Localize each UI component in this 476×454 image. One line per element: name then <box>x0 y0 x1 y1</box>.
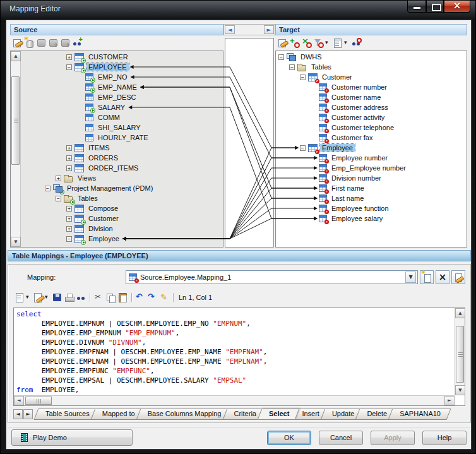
tree-row[interactable]: −Tables <box>276 62 467 72</box>
scroll-left-icon[interactable]: ◄ <box>14 396 24 405</box>
filter-add-icon[interactable] <box>313 38 324 48</box>
properties-icon[interactable] <box>12 38 23 48</box>
add-mapping-disabled-icon[interactable] <box>36 38 47 48</box>
expand-toggle[interactable]: − <box>56 196 61 201</box>
update-mapping-disabled-icon[interactable] <box>60 38 71 48</box>
tab-select[interactable]: Select <box>259 409 297 420</box>
tree-row[interactable]: Emp_Employee number <box>276 163 467 173</box>
cancel-button[interactable]: Cancel <box>319 431 363 445</box>
tab-mapped-to[interactable]: Mapped to <box>93 409 143 420</box>
paste-icon[interactable] <box>117 292 128 302</box>
tree-row[interactable]: First name <box>276 183 467 193</box>
expand-toggle[interactable]: + <box>66 155 72 161</box>
filter-list-icon[interactable] <box>332 38 343 48</box>
expand-toggle[interactable]: + <box>66 206 72 212</box>
tree-row[interactable]: Employee number <box>276 153 467 163</box>
tree-row[interactable]: −EMPLOYEE <box>21 62 223 72</box>
tree-row[interactable]: −Project Management (PDM) <box>21 183 223 193</box>
tab-base-columns-mapping[interactable]: Base Columns Mapping <box>138 409 230 420</box>
tree-row[interactable]: SHI_SALARY <box>21 122 223 133</box>
sql-editor[interactable]: select EMPLOYEE.EMPNUM | OESCHM.EMPLOYEE… <box>13 308 465 406</box>
redo-icon[interactable] <box>147 292 158 302</box>
tree-row[interactable]: +Compose <box>21 203 223 213</box>
minimize-icon[interactable] <box>407 1 426 13</box>
tree-row[interactable]: Customer telephone <box>276 122 467 133</box>
file-menu-icon[interactable] <box>14 292 25 302</box>
titlebar[interactable]: Mapping Editor <box>1 1 475 20</box>
tree-row[interactable]: Customer address <box>276 102 467 112</box>
mapping-properties-button[interactable] <box>451 270 465 284</box>
tree-row[interactable]: Last name <box>276 193 467 203</box>
tree-row[interactable]: +ORDERS <box>21 153 223 163</box>
scroll-down-icon[interactable]: ▼ <box>455 385 465 395</box>
tree-row[interactable]: Customer number <box>276 82 467 92</box>
scrollbar-thumb[interactable] <box>456 326 464 383</box>
scrollbar-thumb[interactable] <box>11 76 20 165</box>
expand-toggle[interactable]: − <box>66 236 72 242</box>
expand-toggle[interactable]: − <box>278 54 284 60</box>
scrollbar-thumb[interactable] <box>25 397 52 405</box>
tree-row[interactable]: EMP_NAME <box>21 82 223 92</box>
expand-toggle[interactable]: + <box>66 216 72 222</box>
tab-scroll-right-icon[interactable]: ► <box>23 409 33 419</box>
tree-row[interactable]: Division number <box>276 173 467 183</box>
tree-row[interactable]: +ORDER_ITEMS <box>21 163 223 173</box>
find-objects-icon[interactable] <box>72 38 83 48</box>
play-demo-button[interactable]: Play Demo <box>11 429 133 446</box>
expand-toggle[interactable]: + <box>56 176 61 181</box>
properties-icon[interactable] <box>277 38 288 48</box>
scroll-right-icon[interactable]: ► <box>444 396 455 405</box>
mapping-select[interactable]: Source.Employee.Mapping_1 ▼ <box>126 270 418 284</box>
expand-toggle[interactable]: + <box>66 165 72 171</box>
tab-scroll-left-icon[interactable]: ◄ <box>13 409 23 419</box>
source-tree-scrollbar[interactable]: ▲ ▼ <box>11 51 21 247</box>
ok-button[interactable]: OK <box>267 431 311 445</box>
tree-row[interactable]: −Tables <box>21 193 223 203</box>
tree-row[interactable]: SALARY <box>21 102 223 112</box>
tree-row[interactable]: Customer fax <box>276 133 467 143</box>
editor-horizontal-scrollbar[interactable]: ◄ ► <box>14 395 455 405</box>
tree-row[interactable]: EMP_NO <box>21 72 223 82</box>
expand-toggle[interactable]: + <box>66 145 72 151</box>
beautify-icon[interactable] <box>159 292 170 302</box>
shuttle-right-icon[interactable]: ► <box>264 25 274 34</box>
new-mapping-button[interactable] <box>420 270 434 284</box>
save-icon[interactable] <box>52 292 62 302</box>
tree-row[interactable]: −Customer <box>276 72 467 82</box>
expand-toggle[interactable]: − <box>66 64 72 70</box>
help-button[interactable]: Help <box>422 431 467 445</box>
tree-row[interactable]: −Employee <box>21 234 223 244</box>
tree-row[interactable]: Employee function <box>276 203 467 213</box>
tab-table-sources[interactable]: Table Sources <box>36 409 98 420</box>
generate-mapping-disabled-icon[interactable] <box>48 38 59 48</box>
create-datasource-icon[interactable] <box>24 38 35 48</box>
find-icon[interactable] <box>76 292 86 302</box>
delete-target-icon[interactable] <box>301 38 312 48</box>
tree-row[interactable]: +ITEMS <box>21 143 223 153</box>
dropdown-caret[interactable] <box>325 38 331 48</box>
tree-row[interactable]: COMM <box>21 112 223 122</box>
edit-menu-icon[interactable] <box>33 292 44 302</box>
add-target-icon[interactable] <box>289 38 300 48</box>
tree-row[interactable]: +Views <box>21 173 223 183</box>
scroll-down-icon[interactable]: ▼ <box>11 237 21 247</box>
tree-row[interactable]: EMP_DESC <box>21 92 223 102</box>
cut-icon[interactable] <box>93 292 104 302</box>
tab-saphana10[interactable]: SAPHANA10 <box>390 409 449 420</box>
expand-toggle[interactable]: − <box>45 186 51 191</box>
shuttle-left-icon[interactable]: ◄ <box>225 25 235 34</box>
apply-button[interactable]: Apply <box>371 431 415 445</box>
copy-icon[interactable] <box>105 292 116 302</box>
expand-toggle[interactable]: − <box>300 75 306 80</box>
scroll-up-icon[interactable]: ▲ <box>455 308 465 318</box>
delete-mapping-button[interactable] <box>436 270 449 284</box>
tree-row[interactable]: Customer name <box>276 92 467 102</box>
tree-row[interactable]: −Employee <box>276 143 467 153</box>
dropdown-caret[interactable] <box>45 292 51 302</box>
expand-toggle[interactable]: + <box>66 54 72 60</box>
tree-row[interactable]: −DWHS <box>276 52 467 62</box>
find-target-icon[interactable] <box>351 38 362 48</box>
expand-toggle[interactable]: − <box>300 145 306 151</box>
sql-text-area[interactable]: select EMPLOYEE.EMPNUM | OESCHM.EMPLOYEE… <box>16 309 453 395</box>
tree-row[interactable]: Employee salary <box>276 213 467 224</box>
